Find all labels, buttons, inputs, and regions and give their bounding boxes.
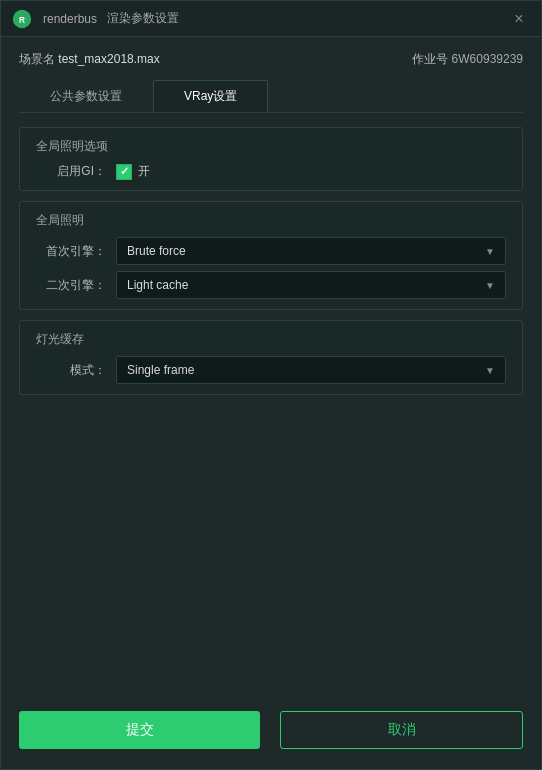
gi-enable-label: 启用GI： <box>36 163 106 180</box>
tab-bar: 公共参数设置 VRay设置 <box>19 80 523 113</box>
gi-status-label: 开 <box>138 163 150 180</box>
gi-checkbox[interactable] <box>116 164 132 180</box>
logo-area: R renderbus 渲染参数设置 <box>11 8 179 30</box>
first-bounce-dropdown[interactable]: Brute force ▼ <box>116 237 506 265</box>
light-cache-section: 灯光缓存 模式： Single frame ▼ <box>19 320 523 395</box>
renderbus-logo-icon: R <box>11 8 33 30</box>
submit-button[interactable]: 提交 <box>19 711 260 749</box>
tab-vray[interactable]: VRay设置 <box>153 80 268 112</box>
scene-name-value: test_max2018.max <box>58 52 159 66</box>
global-illumination-section: 全局照明 首次引擎： Brute force ▼ 二次引擎： Light cac… <box>19 201 523 310</box>
tab-common[interactable]: 公共参数设置 <box>19 80 153 112</box>
main-window: R renderbus 渲染参数设置 × 场景名 test_max2018.ma… <box>0 0 542 770</box>
footer: 提交 取消 <box>1 691 541 769</box>
second-bounce-value: Light cache <box>127 278 485 292</box>
second-bounce-arrow-icon: ▼ <box>485 280 495 291</box>
cancel-button[interactable]: 取消 <box>280 711 523 749</box>
first-bounce-value: Brute force <box>127 244 485 258</box>
svg-text:R: R <box>19 15 25 24</box>
job-number-value: 6W60939239 <box>452 52 523 66</box>
gi-options-section: 全局照明选项 启用GI： 开 <box>19 127 523 191</box>
app-name: renderbus <box>43 12 97 26</box>
mode-dropdown[interactable]: Single frame ▼ <box>116 356 506 384</box>
job-number-area: 作业号 6W60939239 <box>412 51 523 68</box>
gi-enable-row: 启用GI： 开 <box>36 163 506 180</box>
scene-name-area: 场景名 test_max2018.max <box>19 51 160 68</box>
mode-row: 模式： Single frame ▼ <box>36 356 506 384</box>
mode-label: 模式： <box>36 362 106 379</box>
job-label: 作业号 <box>412 52 448 66</box>
scene-label: 场景名 <box>19 52 55 66</box>
gi-options-title: 全局照明选项 <box>36 138 506 155</box>
second-bounce-row: 二次引擎： Light cache ▼ <box>36 271 506 299</box>
scene-info-row: 场景名 test_max2018.max 作业号 6W60939239 <box>19 51 523 68</box>
first-bounce-row: 首次引擎： Brute force ▼ <box>36 237 506 265</box>
global-illumination-title: 全局照明 <box>36 212 506 229</box>
close-button[interactable]: × <box>507 7 531 31</box>
second-bounce-label: 二次引擎： <box>36 277 106 294</box>
second-bounce-dropdown[interactable]: Light cache ▼ <box>116 271 506 299</box>
mode-value: Single frame <box>127 363 485 377</box>
light-cache-title: 灯光缓存 <box>36 331 506 348</box>
first-bounce-label: 首次引擎： <box>36 243 106 260</box>
title-bar: R renderbus 渲染参数设置 × <box>1 1 541 37</box>
first-bounce-arrow-icon: ▼ <box>485 246 495 257</box>
gi-toggle-area: 开 <box>116 163 150 180</box>
window-title: 渲染参数设置 <box>107 10 179 27</box>
content-area: 场景名 test_max2018.max 作业号 6W60939239 公共参数… <box>1 37 541 691</box>
mode-arrow-icon: ▼ <box>485 365 495 376</box>
